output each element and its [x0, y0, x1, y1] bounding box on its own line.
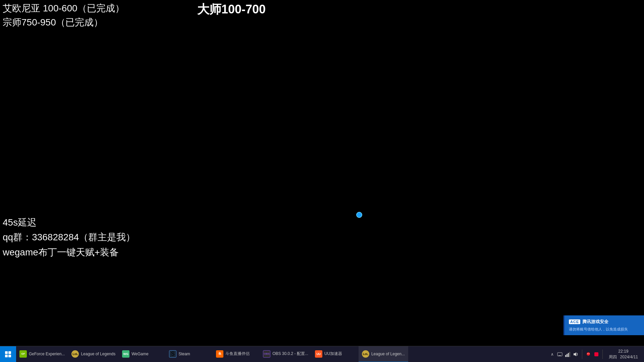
taskbar-item-douyu[interactable]: 鱼斗鱼直播伴侣	[213, 346, 260, 362]
tray-volume-icon[interactable]	[573, 351, 579, 358]
taskbar-item-geforce[interactable]: GFGeForce Experien...	[16, 346, 68, 362]
geforce-label: GeForce Experien...	[29, 352, 65, 356]
steam-label: Steam	[178, 352, 190, 356]
taskbar: GFGeForce Experien...LoLLeague of Legend…	[0, 346, 644, 362]
ace-logo: ACE	[569, 319, 580, 324]
tray-separator	[582, 350, 582, 359]
uu-label: UU加速器	[324, 351, 342, 357]
svg-point-16	[587, 353, 588, 354]
douyu-label: 斗鱼直播伴侣	[225, 351, 250, 357]
svg-rect-18	[594, 352, 598, 356]
clock-date: 周四 2024/4/11	[609, 354, 638, 360]
windows-icon	[5, 351, 11, 357]
start-button[interactable]	[0, 346, 16, 362]
tencent-security-notification: ACE 腾讯游戏安全 请勿将账号借给他人，以免造成损失	[564, 315, 644, 335]
uu-icon: UU	[315, 350, 322, 358]
clock-time: 22:19	[618, 349, 628, 354]
lol-label: League of Legends	[81, 352, 115, 356]
douyu-icon: 鱼	[216, 350, 223, 358]
taskbar-item-uu[interactable]: UUUU加速器	[312, 346, 359, 362]
tray-keyboard-icon[interactable]	[556, 351, 563, 358]
taskbar-item-lol2[interactable]: LoLLeague of Legen...	[359, 346, 408, 362]
steam-icon: S	[169, 350, 176, 358]
svg-rect-11	[567, 354, 568, 357]
lol-icon: LoL	[71, 350, 79, 358]
notification-title: 腾讯游戏安全	[582, 319, 608, 325]
top-center-overlay: 大师100-700	[195, 0, 268, 19]
svg-rect-12	[568, 353, 569, 357]
top-left-overlay: 艾欧尼亚 100-600（已完成） 宗师750-950（已完成）	[0, 0, 127, 31]
lol2-icon: LoL	[362, 350, 369, 358]
taskbar-item-obs[interactable]: OBSOBS 30.0.2 - 配置...	[260, 346, 312, 362]
taskbar-item-steam[interactable]: SSteam	[166, 346, 213, 362]
svg-point-17	[589, 353, 589, 354]
obs-icon: OBS	[263, 350, 270, 358]
tray-qq-icon[interactable]	[585, 351, 592, 358]
obs-label: OBS 30.0.2 - 配置...	[272, 351, 308, 357]
main-screen: 艾欧尼亚 100-600（已完成） 宗师750-950（已完成） 大师100-7…	[0, 0, 644, 335]
blue-indicator	[356, 212, 362, 218]
bottom-left-overlay: 45s延迟 qq群：336828284（群主是我） wegame布丁一键天赋+装…	[0, 214, 138, 261]
notification-body: 请勿将账号借给他人，以免造成损失	[569, 327, 640, 332]
svg-marker-14	[574, 352, 576, 356]
tray-extra-icon[interactable]	[593, 351, 600, 358]
show-hidden-icons-button[interactable]: ∧	[549, 351, 555, 357]
svg-rect-13	[569, 352, 570, 357]
tray-network-icon[interactable]	[565, 351, 571, 358]
taskbar-item-wegame[interactable]: WGWeGame	[119, 346, 166, 362]
taskbar-apps: GFGeForce Experien...LoLLeague of Legend…	[16, 346, 547, 362]
svg-point-15	[587, 352, 590, 356]
line2-text: 宗师750-950（已完成）	[3, 15, 124, 29]
system-clock[interactable]: 22:19 周四 2024/4/11	[605, 346, 641, 362]
wegame-label: WeGame	[131, 352, 148, 356]
svg-rect-10	[565, 355, 566, 357]
geforce-icon: GF	[19, 350, 27, 358]
system-tray: ∧	[547, 346, 644, 362]
wegame-text: wegame布丁一键天赋+装备	[3, 245, 135, 260]
wegame-icon: WG	[122, 350, 129, 358]
taskbar-item-lol[interactable]: LoLLeague of Legends	[68, 346, 119, 362]
qq-text: qq群：336828284（群主是我）	[3, 230, 135, 245]
delay-text: 45s延迟	[3, 215, 135, 230]
lol2-label: League of Legen...	[371, 352, 405, 356]
line1-text: 艾欧尼亚 100-600（已完成）	[3, 1, 124, 15]
tray-separator2	[602, 350, 603, 359]
notification-header: ACE 腾讯游戏安全	[569, 319, 640, 325]
